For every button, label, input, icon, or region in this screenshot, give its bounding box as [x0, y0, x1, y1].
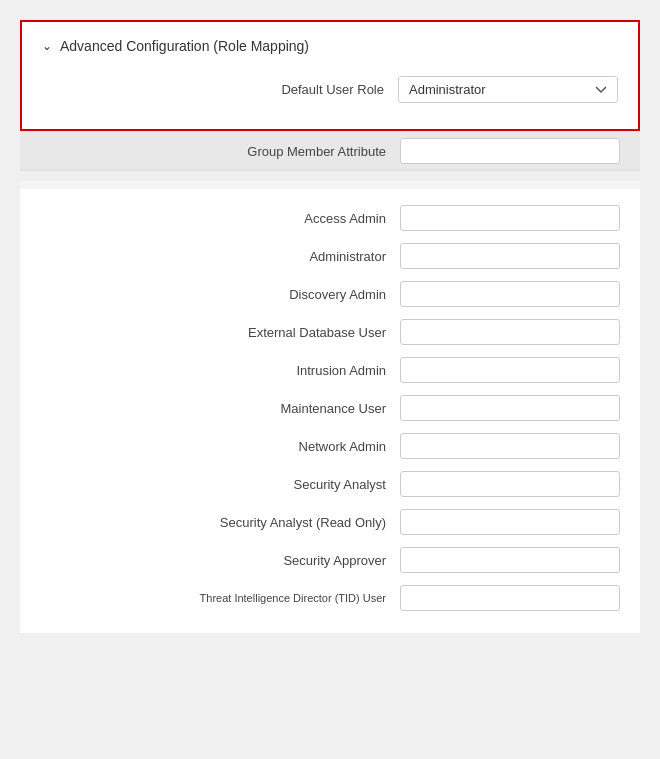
administrator-row: Administrator	[40, 237, 620, 275]
default-user-role-select[interactable]: Administrator Security Analyst Access Ad…	[398, 76, 618, 103]
tid-user-row: Threat Intelligence Director (TID) User	[40, 579, 620, 617]
external-database-user-row: External Database User	[40, 313, 620, 351]
maintenance-user-row: Maintenance User	[40, 389, 620, 427]
maintenance-user-input[interactable]	[400, 395, 620, 421]
divider	[20, 171, 640, 181]
administrator-label: Administrator	[186, 249, 386, 264]
access-admin-input[interactable]	[400, 205, 620, 231]
administrator-input[interactable]	[400, 243, 620, 269]
group-member-attribute-label: Group Member Attribute	[186, 144, 386, 159]
page-container: ⌄ Advanced Configuration (Role Mapping) …	[20, 20, 640, 633]
security-analyst-row: Security Analyst	[40, 465, 620, 503]
security-analyst-readonly-input[interactable]	[400, 509, 620, 535]
external-database-user-label: External Database User	[186, 325, 386, 340]
section-title: Advanced Configuration (Role Mapping)	[60, 38, 309, 54]
discovery-admin-row: Discovery Admin	[40, 275, 620, 313]
access-admin-row: Access Admin	[40, 199, 620, 237]
discovery-admin-input[interactable]	[400, 281, 620, 307]
chevron-down-icon[interactable]: ⌄	[42, 39, 52, 53]
default-user-role-label: Default User Role	[184, 82, 384, 97]
advanced-config-section: ⌄ Advanced Configuration (Role Mapping) …	[20, 20, 640, 131]
intrusion-admin-input[interactable]	[400, 357, 620, 383]
group-member-attribute-row: Group Member Attribute	[20, 131, 640, 171]
security-approver-input[interactable]	[400, 547, 620, 573]
network-admin-label: Network Admin	[186, 439, 386, 454]
access-admin-label: Access Admin	[186, 211, 386, 226]
network-admin-row: Network Admin	[40, 427, 620, 465]
security-analyst-readonly-label: Security Analyst (Read Only)	[186, 515, 386, 530]
default-user-role-row: Default User Role Administrator Security…	[42, 70, 618, 109]
maintenance-user-label: Maintenance User	[186, 401, 386, 416]
security-approver-label: Security Approver	[186, 553, 386, 568]
role-mapping-table: Access Admin Administrator Discovery Adm…	[20, 189, 640, 633]
tid-user-input[interactable]	[400, 585, 620, 611]
group-member-attribute-input[interactable]	[400, 138, 620, 164]
security-analyst-readonly-row: Security Analyst (Read Only)	[40, 503, 620, 541]
intrusion-admin-row: Intrusion Admin	[40, 351, 620, 389]
section-header: ⌄ Advanced Configuration (Role Mapping)	[42, 38, 618, 54]
security-analyst-label: Security Analyst	[186, 477, 386, 492]
external-database-user-input[interactable]	[400, 319, 620, 345]
discovery-admin-label: Discovery Admin	[186, 287, 386, 302]
network-admin-input[interactable]	[400, 433, 620, 459]
security-analyst-input[interactable]	[400, 471, 620, 497]
intrusion-admin-label: Intrusion Admin	[186, 363, 386, 378]
security-approver-row: Security Approver	[40, 541, 620, 579]
tid-user-label: Threat Intelligence Director (TID) User	[186, 592, 386, 604]
